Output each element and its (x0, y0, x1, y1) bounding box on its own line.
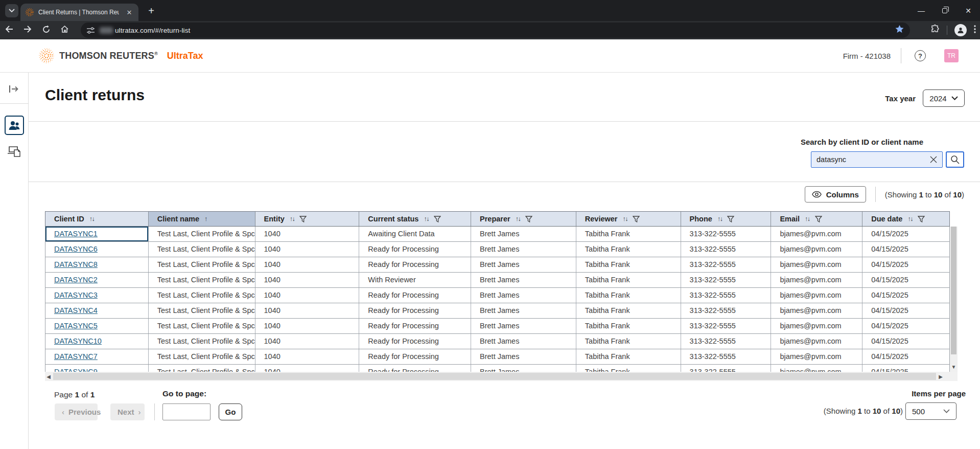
client-id-link[interactable]: DATASYNC2 (54, 276, 98, 284)
tax-year-select[interactable]: 2024 (923, 89, 965, 107)
back-icon[interactable] (0, 25, 18, 35)
column-header-email[interactable]: Email↑↓ (771, 212, 862, 226)
home-icon[interactable] (55, 25, 74, 35)
sort-icon[interactable]: ↑↓ (424, 215, 429, 222)
client-id-link[interactable]: DATASYNC5 (54, 322, 98, 330)
chevron-left-icon: ‹ (62, 408, 64, 416)
items-per-page-select[interactable]: 500 (905, 402, 956, 420)
column-header-reviewer[interactable]: Reviewer↑↓ (576, 212, 681, 226)
extensions-icon[interactable] (930, 25, 940, 36)
search-button[interactable] (946, 151, 964, 168)
tab-close-icon[interactable]: ✕ (125, 9, 133, 16)
minimize-icon[interactable]: — (909, 7, 933, 15)
table-row: DATASYNC2Test Last, Client Profile & Spc… (45, 273, 949, 288)
reload-icon[interactable] (37, 25, 55, 36)
cell-phone: 313-322-5555 (681, 227, 772, 241)
cell-entity: 1040 (255, 365, 360, 372)
column-header-client-id[interactable]: Client ID↑↓ (45, 212, 149, 226)
client-id-link[interactable]: DATASYNC4 (54, 306, 98, 315)
column-header-client-name[interactable]: Client name↑ (149, 212, 255, 226)
column-header-entity[interactable]: Entity↑↓ (255, 212, 360, 226)
go-button[interactable]: Go (219, 403, 242, 420)
tab-search-button[interactable] (5, 4, 18, 17)
sort-icon[interactable]: ↑↓ (290, 215, 295, 222)
next-page-button[interactable]: Next› (110, 403, 145, 420)
filter-icon[interactable] (633, 216, 640, 222)
filter-icon[interactable] (299, 216, 307, 222)
vertical-scrollbar-thumb[interactable] (951, 227, 956, 354)
column-header-current-status[interactable]: Current status↑↓ (359, 212, 471, 226)
column-header-due-date[interactable]: Due date↑↓ (862, 212, 949, 226)
cell-phone: 313-322-5555 (681, 303, 772, 318)
cell-name: Test Last, Client Profile & Spc (149, 319, 255, 333)
menu-icon[interactable] (974, 25, 976, 35)
close-icon[interactable]: ✕ (956, 7, 980, 15)
client-id-link[interactable]: DATASYNC1 (54, 230, 98, 238)
horizontal-scrollbar[interactable]: ◀ ▶ (45, 372, 958, 381)
vertical-scrollbar[interactable]: ▼ (950, 227, 958, 372)
tune-icon[interactable] (87, 27, 95, 34)
cell-due: 04/15/2025 (862, 273, 949, 287)
expand-sidebar-icon[interactable] (9, 85, 19, 95)
search-input[interactable] (816, 155, 928, 164)
sort-icon[interactable]: ↑↓ (516, 215, 521, 222)
bookmark-star-icon[interactable] (895, 25, 904, 35)
column-header-preparer[interactable]: Preparer↑↓ (471, 212, 576, 226)
forward-icon[interactable] (18, 25, 37, 35)
columns-button[interactable]: Columns (805, 186, 866, 203)
sidebar-divider (0, 103, 29, 104)
address-bar[interactable]: ultratax.com/#/return-list (81, 23, 910, 38)
cell-reviewer: Tabitha Frank (576, 288, 681, 303)
scroll-right-icon[interactable]: ▶ (937, 374, 944, 379)
column-header-phone[interactable]: Phone↑↓ (681, 212, 772, 226)
profile-icon[interactable] (954, 24, 967, 36)
page-info: Page 1 of 1 (54, 390, 95, 399)
main-content: Client returns Tax year 2024 Search by c… (29, 73, 980, 449)
tax-year-value: 2024 (929, 94, 946, 103)
sort-icon[interactable]: ↑ (204, 215, 207, 222)
scroll-left-icon[interactable]: ◀ (45, 374, 52, 379)
filter-icon[interactable] (525, 216, 532, 222)
sort-icon[interactable]: ↑↓ (717, 215, 722, 222)
filter-icon[interactable] (434, 216, 441, 222)
clear-search-icon[interactable] (928, 154, 939, 165)
sort-icon[interactable]: ↑↓ (805, 215, 810, 222)
restore-icon[interactable] (933, 7, 956, 15)
horizontal-scrollbar-thumb[interactable] (53, 373, 936, 380)
browser-tab[interactable]: Client Returns | Thomson Reute ✕ (20, 4, 138, 21)
sidebar-item-returns[interactable] (8, 145, 21, 160)
sidebar-item-clients[interactable] (5, 116, 24, 135)
cell-phone: 313-322-5555 (681, 273, 772, 287)
user-avatar[interactable]: TR (944, 49, 959, 62)
filter-icon[interactable] (727, 216, 734, 222)
client-id-link[interactable]: DATASYNC3 (54, 291, 98, 299)
thomson-reuters-logo (39, 48, 54, 63)
column-label: Phone (690, 215, 712, 223)
cell-reviewer: Tabitha Frank (576, 319, 681, 333)
client-id-link[interactable]: DATASYNC10 (54, 337, 102, 345)
cell-status: Ready for Processing (359, 303, 471, 318)
filter-icon[interactable] (815, 216, 822, 222)
previous-page-button[interactable]: ‹Previous (55, 403, 98, 420)
search-label: Search by client ID or client name (801, 138, 923, 146)
client-id-link[interactable]: DATASYNC6 (54, 245, 98, 253)
cell-preparer: Brett James (471, 273, 576, 287)
cell-phone: 313-322-5555 (681, 319, 772, 333)
scroll-down-icon[interactable]: ▼ (950, 364, 958, 370)
client-id-link[interactable]: DATASYNC9 (54, 368, 98, 372)
cell-email: bjames@pvm.com (771, 257, 862, 272)
url-text[interactable]: ultratax.com/#/return-list (115, 27, 190, 34)
sort-icon[interactable]: ↑↓ (623, 215, 628, 222)
goto-page-input[interactable] (162, 403, 211, 420)
help-icon[interactable]: ? (915, 50, 926, 61)
cell-entity: 1040 (255, 257, 360, 272)
filter-icon[interactable] (918, 216, 925, 222)
sort-icon[interactable]: ↑↓ (907, 215, 913, 222)
client-id-link[interactable]: DATASYNC7 (54, 352, 98, 361)
sort-icon[interactable]: ↑↓ (89, 215, 95, 222)
cell-status: Ready for Processing (359, 334, 471, 349)
new-tab-button[interactable]: + (145, 4, 158, 17)
chevron-down-icon (943, 409, 950, 413)
client-id-link[interactable]: DATASYNC8 (54, 260, 98, 268)
tax-year-label: Tax year (885, 94, 916, 103)
